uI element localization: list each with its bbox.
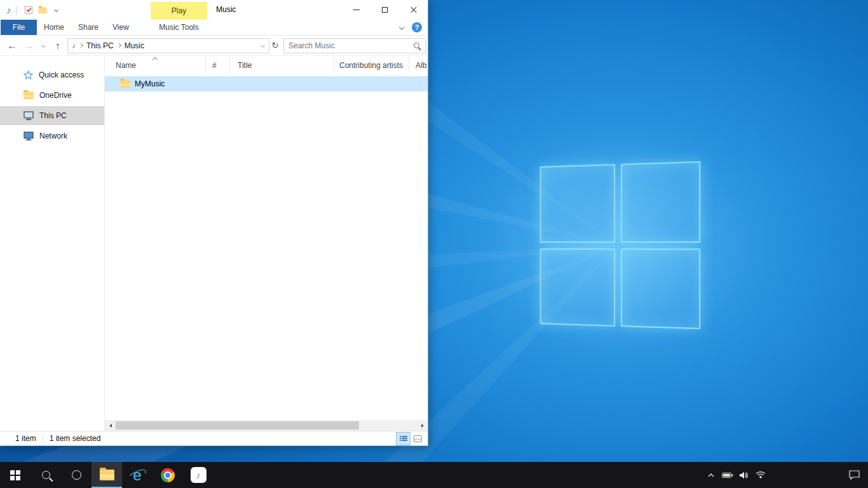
search-icon[interactable] <box>414 43 419 48</box>
address-bar[interactable]: ♪ This PC Music <box>67 38 269 53</box>
column-header-contributing-artists[interactable]: Contributing artists <box>334 57 409 74</box>
close-button[interactable] <box>399 0 428 20</box>
start-button[interactable] <box>0 462 31 488</box>
cortana-circle-icon <box>72 470 81 480</box>
large-icons-view-button[interactable] <box>411 433 424 445</box>
status-bar: 1 item 1 item selected <box>0 431 428 445</box>
search-box[interactable] <box>283 38 426 53</box>
cortana-button[interactable] <box>61 462 92 488</box>
properties-icon <box>25 6 32 14</box>
breadcrumb-chevron-icon[interactable] <box>117 43 121 48</box>
computer-icon <box>24 111 34 120</box>
up-button[interactable]: ↑ <box>50 37 66 54</box>
address-dropdown-button[interactable] <box>256 39 269 53</box>
qat-customize-button[interactable] <box>50 3 64 17</box>
tab-file[interactable]: File <box>1 20 37 35</box>
sidebar-item-label: Network <box>39 132 67 140</box>
view-buttons <box>397 433 424 445</box>
column-label: Alb <box>416 61 426 70</box>
horizontal-scrollbar[interactable] <box>105 420 428 431</box>
column-label: Title <box>238 61 252 70</box>
scroll-left-button[interactable] <box>105 420 116 431</box>
breadcrumb-music[interactable]: Music <box>125 41 144 50</box>
taskbar-search-button[interactable] <box>31 462 61 488</box>
close-icon <box>410 6 417 14</box>
refresh-button[interactable]: ↻ <box>269 38 281 53</box>
taskbar-chrome-button[interactable] <box>153 462 183 488</box>
system-tray <box>703 462 868 488</box>
explorer-window: ♪ Play Music File Home Share View Music … <box>0 0 428 446</box>
volume-icon <box>740 471 749 479</box>
tab-music-tools[interactable]: Music Tools <box>151 20 207 35</box>
sidebar-item-quick-access[interactable]: Quick access <box>0 65 104 85</box>
sidebar-item-this-pc[interactable]: This PC <box>0 106 104 125</box>
column-header-title[interactable]: Title <box>230 57 334 74</box>
folder-icon <box>120 80 130 88</box>
onedrive-folder-icon <box>24 92 34 99</box>
column-label: Contributing artists <box>339 61 403 70</box>
action-center-button[interactable] <box>840 462 868 488</box>
search-icon <box>42 471 50 479</box>
window-music-note-icon: ♪ <box>6 5 11 15</box>
windows-logo <box>540 161 701 329</box>
search-input[interactable] <box>288 41 414 50</box>
network-icon <box>24 132 34 140</box>
minimize-icon <box>353 10 360 10</box>
qat-new-folder-button[interactable] <box>36 3 50 17</box>
battery-icon <box>722 472 733 478</box>
tab-view[interactable]: View <box>105 20 136 35</box>
ribbon-tab-bar: File Home Share View Music Tools ? <box>0 20 428 36</box>
recent-locations-button[interactable] <box>37 37 50 54</box>
address-music-note-icon: ♪ <box>72 42 76 50</box>
column-header-number[interactable]: # <box>206 57 230 74</box>
scroll-right-button[interactable] <box>417 420 428 431</box>
column-label: Name <box>116 61 136 70</box>
sidebar-item-onedrive[interactable]: OneDrive <box>0 86 104 105</box>
network-indicator[interactable] <box>752 462 769 488</box>
back-button[interactable]: ← <box>4 37 20 54</box>
taskbar-file-explorer-button[interactable] <box>92 462 122 488</box>
navigation-pane: Quick access OneDrive This PC Network <box>0 57 105 431</box>
file-explorer-icon <box>100 470 114 480</box>
titlebar-separator <box>16 6 17 15</box>
sidebar-item-label: OneDrive <box>39 91 72 100</box>
chevron-up-icon <box>708 473 714 477</box>
maximize-button[interactable] <box>370 0 399 20</box>
context-tab-header[interactable]: Play <box>151 2 207 20</box>
scrollbar-thumb[interactable] <box>116 421 359 430</box>
tray-expand-button[interactable] <box>703 462 719 488</box>
column-header-name[interactable]: Name <box>105 57 206 74</box>
sidebar-item-label: Quick access <box>39 71 84 79</box>
breadcrumb-this-pc[interactable]: This PC <box>86 41 114 50</box>
chrome-icon <box>161 468 175 482</box>
expand-ribbon-chevron-icon[interactable] <box>399 25 404 30</box>
file-rows: MyMusic <box>105 74 428 420</box>
sort-ascending-icon <box>153 57 158 62</box>
items-count: 1 item <box>15 434 36 443</box>
windows-logo-pane <box>620 161 700 243</box>
sidebar-item-network[interactable]: Network <box>0 126 104 146</box>
file-name: MyMusic <box>135 79 165 88</box>
taskbar-itunes-button[interactable]: ♪ <box>183 462 214 488</box>
column-header-album[interactable]: Alb <box>409 57 428 74</box>
new-folder-icon <box>38 7 46 13</box>
details-view-icon <box>400 435 407 442</box>
volume-indicator[interactable] <box>736 462 752 488</box>
tab-share[interactable]: Share <box>71 20 105 35</box>
file-row-mymusic[interactable]: MyMusic <box>105 76 428 92</box>
triangle-left-icon <box>109 424 112 428</box>
qat-properties-button[interactable] <box>22 3 36 17</box>
help-button[interactable]: ? <box>412 22 422 32</box>
chevron-down-icon <box>41 43 45 48</box>
details-view-button[interactable] <box>397 433 410 445</box>
minimize-button[interactable] <box>342 0 370 20</box>
battery-indicator[interactable] <box>719 462 736 488</box>
itunes-icon: ♪ <box>191 467 207 483</box>
forward-button[interactable]: → <box>20 37 37 54</box>
taskbar-internet-explorer-button[interactable]: e <box>122 462 153 488</box>
window-controls <box>342 0 428 20</box>
breadcrumb-chevron-icon[interactable] <box>79 43 83 48</box>
sidebar-item-label: This PC <box>39 111 67 120</box>
tab-home[interactable]: Home <box>37 20 71 35</box>
column-header-row: Name # Title Contributing artists Alb <box>105 57 428 74</box>
